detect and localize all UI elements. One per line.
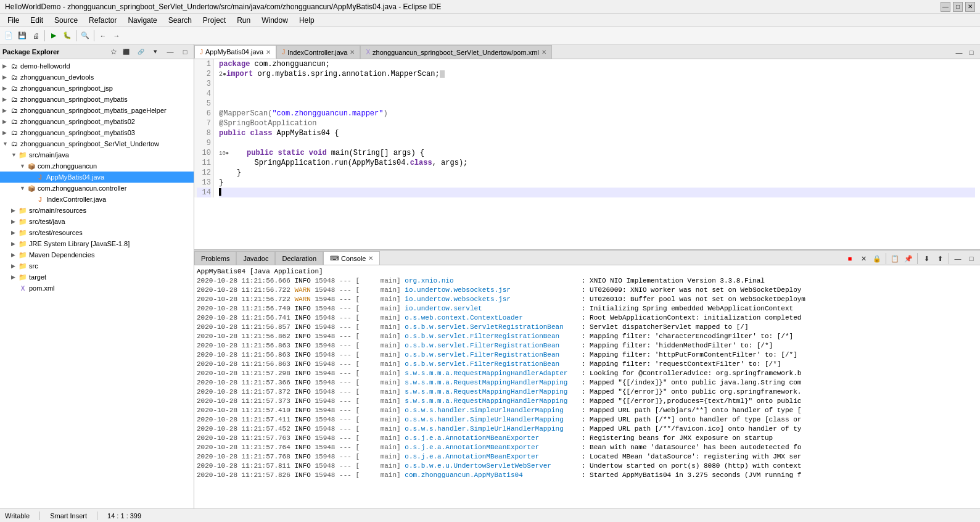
log-line: 2020-10-28 11:21:57.764 INFO 15948 --- [… (197, 443, 978, 452)
tree-item[interactable]: Xpom.xml (0, 283, 194, 294)
run-button[interactable]: ▶ (47, 30, 60, 42)
console-app-label: AppMyBatis04 [Java Application] (197, 267, 978, 276)
tree-item[interactable]: JAppMyBatis04.java (0, 172, 194, 183)
link-editor-button[interactable]: 🔗 (134, 46, 147, 58)
tab-console[interactable]: ⌨ Console ✕ (323, 251, 380, 265)
menu-refactor[interactable]: Refactor (84, 15, 121, 26)
editor-minimize-button[interactable]: — (953, 46, 965, 59)
tree-icon-project: 🗂 (10, 128, 19, 137)
menu-project[interactable]: Project (198, 15, 231, 26)
tree-item[interactable]: ▶🗂zhongguancun_springboot_jsp (0, 83, 194, 94)
tree-item[interactable]: ▶📁src/main/resources (0, 205, 194, 216)
code-editor[interactable]: 1 2 3 4 5 6 7 8 9 10 11 12 13 14 (194, 59, 980, 249)
log-line: 2020-10-28 11:21:56.863 INFO 15948 --- [… (197, 350, 978, 360)
debug-button[interactable]: 🐛 (61, 30, 73, 42)
menu-edit[interactable]: Edit (25, 15, 48, 26)
tree-item[interactable]: ▶📁src/test/java (0, 216, 194, 227)
tree-icon-folder: 📁 (19, 262, 27, 270)
tree-item[interactable]: ▶🗂zhongguancun_springboot_mybatis03 (0, 127, 194, 138)
code-lines: package com.zhongguancun; 2●import org.m… (214, 59, 980, 197)
tree-item[interactable]: ▼📁src/main/java (0, 149, 194, 160)
tree-arrow: ▼ (2, 141, 10, 147)
editor-maximize-button[interactable]: □ (965, 46, 978, 59)
minimize-pe-button[interactable]: — (164, 46, 176, 58)
code-line-11: SpringApplication.run(AppMyBatis04.class… (219, 158, 975, 168)
tree-item[interactable]: ▶📁Maven Dependencies (0, 249, 194, 260)
line-num-12: 12 (197, 168, 211, 178)
forward-button[interactable]: → (110, 30, 123, 42)
tree-item[interactable]: ▶📁src (0, 260, 194, 271)
search-button[interactable]: 🔍 (79, 30, 91, 42)
code-line-9 (219, 138, 975, 148)
menu-run[interactable]: Run (232, 15, 255, 26)
menu-file[interactable]: File (2, 15, 24, 26)
console-pin-button[interactable]: 📌 (902, 252, 915, 265)
tree-label: JRE System Library [JavaSE-1.8] (29, 240, 130, 247)
tree-item[interactable]: ▼📦com.zhongguancun.controller (0, 183, 194, 194)
log-line: 2020-10-28 11:21:57.373 INFO 15948 --- [… (197, 397, 978, 406)
tree-icon-package: 📦 (27, 184, 36, 193)
tab-pomxml[interactable]: X zhongguancun_springboot_SerVlet_Undert… (360, 45, 551, 59)
menu-source[interactable]: Source (49, 15, 83, 26)
tab-close-indexcontroller[interactable]: ✕ (350, 49, 355, 56)
save-button[interactable]: 💾 (16, 30, 28, 42)
view-menu-button[interactable]: ▾ (149, 46, 162, 58)
tab-declaration[interactable]: Declaration (275, 251, 323, 265)
tab-close-appmybatis04[interactable]: ✕ (266, 49, 271, 56)
editor-tabs: J AppMyBatis04.java ✕ J IndexController.… (194, 44, 980, 59)
tab-javadoc[interactable]: Javadoc (236, 251, 275, 265)
tree-icon-project: 🗂 (10, 106, 19, 115)
log-line: 2020-10-28 11:21:57.768 INFO 15948 --- [… (197, 452, 978, 462)
log-line: 2020-10-28 11:21:57.452 INFO 15948 --- [… (197, 425, 978, 434)
tree-item[interactable]: ▼📦com.zhongguancun (0, 160, 194, 172)
status-sep1 (39, 512, 40, 520)
bottom-maximize-button[interactable]: □ (965, 252, 978, 265)
tree-item[interactable]: ▶📁target (0, 271, 194, 283)
console-clear-button[interactable]: ✕ (857, 252, 870, 265)
maximize-button[interactable]: □ (953, 2, 963, 12)
menu-window[interactable]: Window (257, 15, 293, 26)
tree-item[interactable]: ▶🗂zhongguancun_springboot_mybatis02 (0, 116, 194, 127)
title-bar-text: HelloWorldDemo - zhongguancun_springboot… (5, 2, 441, 11)
close-button[interactable]: ✕ (965, 2, 975, 12)
console-scrollup-button[interactable]: ⬆ (934, 252, 946, 265)
collapse-all-button[interactable]: ⬛ (120, 46, 132, 58)
toolbar-separator-2 (76, 30, 76, 41)
tree-label: Maven Dependencies (29, 251, 94, 259)
menu-help[interactable]: Help (294, 15, 319, 26)
tree-item[interactable]: ▶🗂zhongguancun_devtools (0, 72, 194, 83)
tree-item[interactable]: ▶🗂zhongguancun_springboot_mybatis (0, 94, 194, 105)
code-line-2: 2●import org.mybatis.spring.annotation.M… (219, 69, 975, 79)
tab-close-pomxml[interactable]: ✕ (541, 49, 546, 56)
console-newconsole-button[interactable]: 📋 (889, 252, 901, 265)
print-button[interactable]: 🖨 (30, 30, 42, 42)
tree-item[interactable]: ▼🗂zhongguancun_springboot_SerVlet_Undert… (0, 138, 194, 149)
tab-appmybatis04[interactable]: J AppMyBatis04.java ✕ (194, 45, 276, 59)
menu-search[interactable]: Search (163, 15, 197, 26)
tree-arrow: ▶ (11, 274, 19, 280)
tree-item[interactable]: JIndexController.java (0, 194, 194, 205)
tree-label: zhongguancun_springboot_jsp (20, 85, 113, 92)
new-button[interactable]: 📄 (2, 30, 15, 42)
tree-item[interactable]: ▶📁src/test/resources (0, 227, 194, 238)
menu-navigate[interactable]: Navigate (123, 15, 162, 26)
code-line-10: 10● public static void main(String[] arg… (219, 148, 975, 158)
console-stop-button[interactable]: ■ (844, 252, 856, 265)
maximize-pe-button[interactable]: □ (179, 46, 191, 58)
console-lock-button[interactable]: 🔒 (871, 252, 883, 265)
tab-indexcontroller[interactable]: J IndexController.java ✕ (276, 45, 360, 59)
tree-item[interactable]: ▶📁JRE System Library [JavaSE-1.8] (0, 238, 194, 249)
console-scrolldown-button[interactable]: ⬇ (920, 252, 933, 265)
tree-item[interactable]: ▶🗂zhongguancun_springboot_mybatis_pageHe… (0, 105, 194, 116)
tree-item[interactable]: ▶🗂demo-helloworld (0, 60, 194, 72)
tab-close-console[interactable]: ✕ (368, 255, 373, 262)
menu-bar: File Edit Source Refactor Navigate Searc… (0, 14, 980, 27)
editor-area: J AppMyBatis04.java ✕ J IndexController.… (194, 44, 980, 249)
console-content[interactable]: AppMyBatis04 [Java Application] 2020-10-… (194, 265, 980, 508)
tab-problems[interactable]: Problems (194, 251, 236, 265)
bottom-minimize-button[interactable]: — (952, 252, 964, 265)
back-button[interactable]: ← (97, 30, 109, 42)
minimize-button[interactable]: — (941, 2, 950, 12)
tree-label: demo-helloworld (20, 62, 70, 70)
code-line-3 (219, 79, 975, 89)
